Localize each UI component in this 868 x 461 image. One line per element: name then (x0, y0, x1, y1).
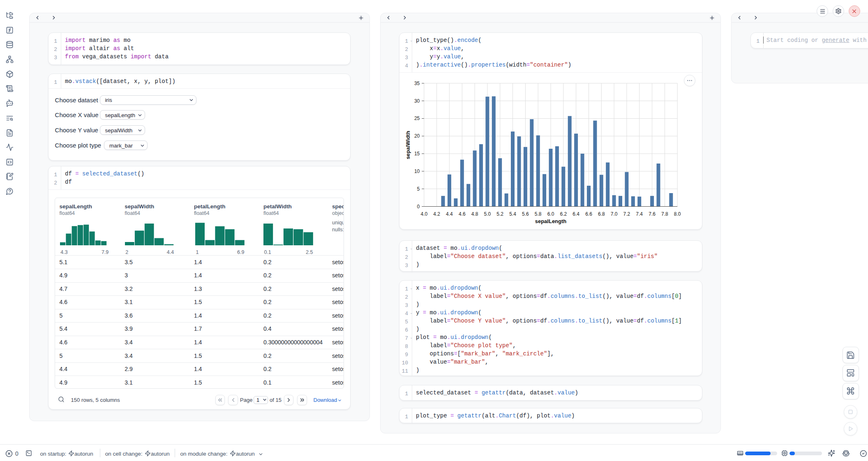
svg-text:7.6: 7.6 (649, 211, 656, 217)
svg-text:4.4: 4.4 (446, 211, 453, 217)
svg-text:5.8: 5.8 (535, 211, 542, 217)
svg-text:sepalWidth: sepalWidth (405, 131, 411, 159)
svg-text:10: 10 (414, 168, 420, 174)
svg-text:7.8: 7.8 (661, 211, 668, 217)
svg-text:6.0: 6.0 (547, 211, 554, 217)
svg-text:30: 30 (414, 98, 420, 104)
svg-text:5.2: 5.2 (496, 211, 503, 217)
svg-text:35: 35 (414, 81, 420, 86)
svg-text:6.8: 6.8 (598, 211, 605, 217)
svg-text:7.2: 7.2 (623, 211, 630, 217)
svg-text:7.4: 7.4 (636, 211, 643, 217)
svg-text:6.4: 6.4 (573, 211, 579, 217)
svg-text:8.0: 8.0 (674, 211, 681, 217)
svg-text:4.0: 4.0 (420, 211, 427, 217)
svg-text:5.4: 5.4 (509, 211, 516, 217)
svg-text:4.2: 4.2 (433, 211, 440, 217)
svg-text:4.6: 4.6 (459, 211, 466, 217)
svg-text:15: 15 (414, 151, 420, 157)
svg-text:6.2: 6.2 (560, 211, 567, 217)
svg-text:6.6: 6.6 (585, 211, 592, 217)
svg-text:20: 20 (414, 133, 420, 139)
svg-text:7.0: 7.0 (611, 211, 618, 217)
svg-text:25: 25 (414, 115, 420, 121)
svg-text:sepalLength: sepalLength (535, 218, 567, 224)
svg-text:5.6: 5.6 (522, 211, 529, 217)
svg-text:4.8: 4.8 (471, 211, 478, 217)
svg-text:0: 0 (417, 204, 420, 210)
svg-text:5.0: 5.0 (484, 211, 491, 217)
svg-text:5: 5 (417, 186, 420, 192)
